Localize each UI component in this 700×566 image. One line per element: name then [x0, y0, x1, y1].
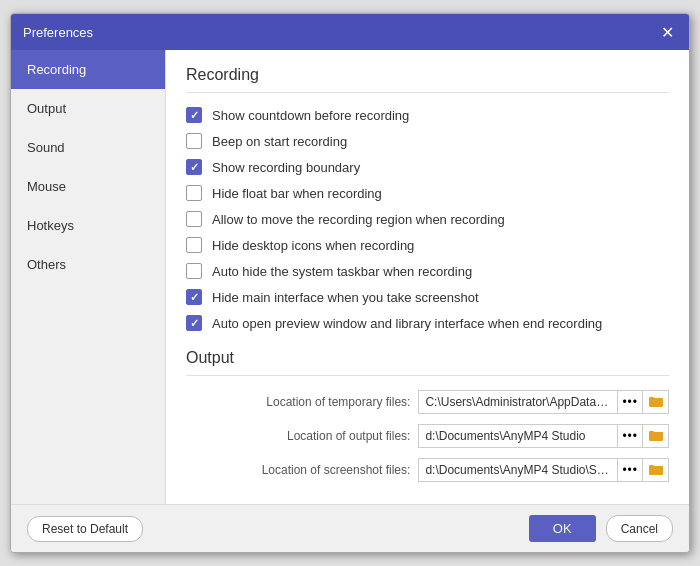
checkbox-label-maininterface: Hide main interface when you take screen… — [212, 290, 479, 305]
sidebar-item-mouse[interactable]: Mouse — [11, 167, 165, 206]
close-button[interactable]: ✕ — [657, 22, 677, 42]
checkbox-autopreview[interactable] — [186, 315, 202, 331]
checkbox-row-moveregion: Allow to move the recording region when … — [186, 211, 669, 227]
folder-icon-output — [649, 429, 663, 444]
dialog-body: Recording Output Sound Mouse Hotkeys Oth… — [11, 50, 689, 504]
title-bar: Preferences ✕ — [11, 14, 689, 50]
output-input-temp[interactable] — [418, 390, 618, 414]
checkbox-row-autopreview: Auto open preview window and library int… — [186, 315, 669, 331]
checkbox-label-floatbar: Hide float bar when recording — [212, 186, 382, 201]
checkbox-row-floatbar: Hide float bar when recording — [186, 185, 669, 201]
svg-rect-1 — [649, 397, 654, 400]
checkboxes-container: Show countdown before recording Beep on … — [186, 107, 669, 331]
sidebar-item-sound[interactable]: Sound — [11, 128, 165, 167]
checkbox-desktopicons[interactable] — [186, 237, 202, 253]
output-section-title: Output — [186, 349, 669, 376]
checkbox-row-countdown: Show countdown before recording — [186, 107, 669, 123]
checkbox-label-boundary: Show recording boundary — [212, 160, 360, 175]
svg-rect-3 — [649, 431, 654, 434]
folder-button-temp[interactable] — [643, 390, 669, 414]
dialog-title: Preferences — [23, 25, 93, 40]
checkbox-maininterface[interactable] — [186, 289, 202, 305]
dialog-footer: Reset to Default OK Cancel — [11, 504, 689, 552]
preferences-dialog: Preferences ✕ Recording Output Sound Mou… — [10, 13, 690, 553]
checkbox-countdown[interactable] — [186, 107, 202, 123]
checkbox-beep[interactable] — [186, 133, 202, 149]
sidebar-item-hotkeys[interactable]: Hotkeys — [11, 206, 165, 245]
checkbox-label-moveregion: Allow to move the recording region when … — [212, 212, 505, 227]
checkbox-floatbar[interactable] — [186, 185, 202, 201]
checkbox-moveregion[interactable] — [186, 211, 202, 227]
checkbox-row-taskbar: Auto hide the system taskbar when record… — [186, 263, 669, 279]
checkbox-label-desktopicons: Hide desktop icons when recording — [212, 238, 414, 253]
checkbox-row-maininterface: Hide main interface when you take screen… — [186, 289, 669, 305]
folder-icon-screenshot — [649, 463, 663, 478]
checkbox-label-taskbar: Auto hide the system taskbar when record… — [212, 264, 472, 279]
sidebar: Recording Output Sound Mouse Hotkeys Oth… — [11, 50, 166, 504]
main-content: Recording Show countdown before recordin… — [166, 50, 689, 504]
output-label-screenshot: Location of screenshot files: — [262, 463, 411, 477]
sidebar-item-recording[interactable]: Recording — [11, 50, 165, 89]
output-input-screenshot[interactable] — [418, 458, 618, 482]
output-row-output: Location of output files: ••• — [186, 424, 669, 448]
folder-button-screenshot[interactable] — [643, 458, 669, 482]
ok-button[interactable]: OK — [529, 515, 596, 542]
dots-button-screenshot[interactable]: ••• — [618, 458, 643, 482]
output-section: Output Location of temporary files: ••• — [186, 349, 669, 482]
checkbox-label-beep: Beep on start recording — [212, 134, 347, 149]
output-row-temp: Location of temporary files: ••• — [186, 390, 669, 414]
sidebar-item-others[interactable]: Others — [11, 245, 165, 284]
dots-button-output[interactable]: ••• — [618, 424, 643, 448]
checkbox-row-boundary: Show recording boundary — [186, 159, 669, 175]
checkbox-label-autopreview: Auto open preview window and library int… — [212, 316, 602, 331]
dots-button-temp[interactable]: ••• — [618, 390, 643, 414]
svg-rect-5 — [649, 465, 654, 468]
recording-section-title: Recording — [186, 66, 669, 93]
output-label-output: Location of output files: — [287, 429, 410, 443]
checkbox-label-countdown: Show countdown before recording — [212, 108, 409, 123]
footer-button-group: OK Cancel — [529, 515, 673, 542]
sidebar-item-output[interactable]: Output — [11, 89, 165, 128]
cancel-button[interactable]: Cancel — [606, 515, 673, 542]
checkbox-taskbar[interactable] — [186, 263, 202, 279]
folder-icon-temp — [649, 395, 663, 410]
checkbox-row-beep: Beep on start recording — [186, 133, 669, 149]
output-input-output[interactable] — [418, 424, 618, 448]
checkbox-row-desktopicons: Hide desktop icons when recording — [186, 237, 669, 253]
output-label-temp: Location of temporary files: — [266, 395, 410, 409]
reset-button[interactable]: Reset to Default — [27, 516, 143, 542]
output-row-screenshot: Location of screenshot files: ••• — [186, 458, 669, 482]
folder-button-output[interactable] — [643, 424, 669, 448]
checkbox-boundary[interactable] — [186, 159, 202, 175]
